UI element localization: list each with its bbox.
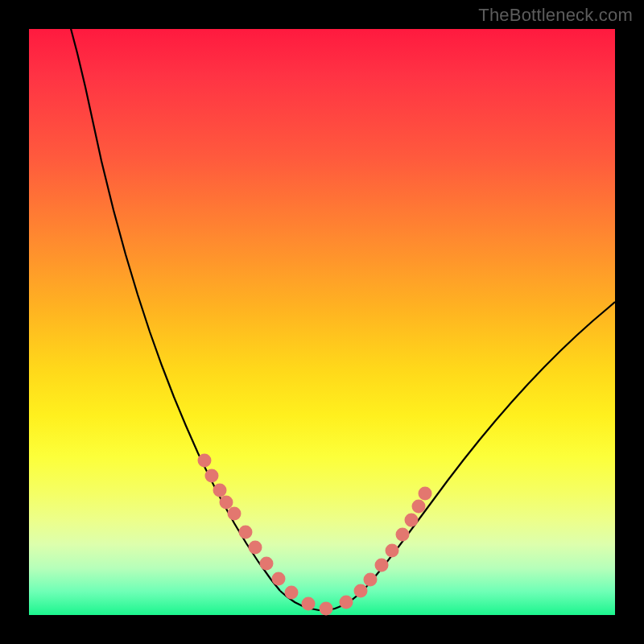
marker-dot xyxy=(220,496,233,510)
marker-dot xyxy=(272,572,286,586)
curve-left-branch xyxy=(69,23,280,591)
marker-dot xyxy=(198,454,212,468)
marker-dot xyxy=(405,514,419,527)
marker-dot xyxy=(375,559,389,572)
marker-dot xyxy=(386,544,399,558)
marker-dot xyxy=(320,602,333,616)
marker-dot xyxy=(419,487,432,501)
plot-area xyxy=(29,29,615,615)
marker-dot xyxy=(213,484,227,497)
marker-dot xyxy=(412,500,426,514)
marker-dot xyxy=(228,507,242,521)
marker-dot xyxy=(340,596,353,609)
watermark-text: TheBottleneck.com xyxy=(478,5,633,26)
marker-dots xyxy=(198,454,432,616)
marker-dot xyxy=(239,526,253,539)
marker-dot xyxy=(249,541,262,555)
chart-frame: TheBottleneck.com xyxy=(0,0,644,644)
marker-dot xyxy=(285,586,299,600)
marker-dot xyxy=(364,573,378,587)
marker-dot xyxy=(396,528,410,542)
marker-dot xyxy=(260,557,274,571)
bottleneck-curve xyxy=(29,29,615,615)
marker-dot xyxy=(205,469,219,483)
marker-dot xyxy=(354,584,368,598)
marker-dot xyxy=(302,597,316,611)
curve-right-branch xyxy=(367,302,615,586)
